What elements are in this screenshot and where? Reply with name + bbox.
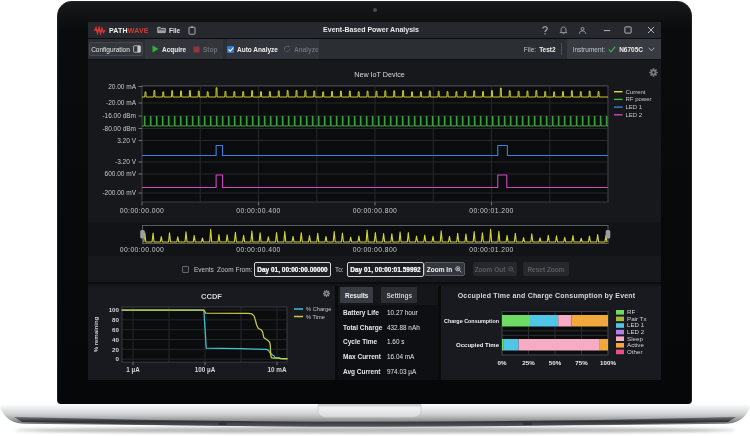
laptop-scoop bbox=[318, 405, 421, 418]
main-chart-gear-icon[interactable] bbox=[648, 67, 659, 78]
minimize-icon[interactable] bbox=[597, 22, 616, 38]
zoom-to-input[interactable]: Day 01, 00:00:01.59992 bbox=[347, 262, 424, 277]
svg-text:20.00 mA: 20.00 mA bbox=[108, 83, 136, 90]
ccdf-chart[interactable]: 1008060402001 µA100 µA10 mA% remaining% … bbox=[88, 286, 335, 380]
svg-text:LED 2: LED 2 bbox=[626, 112, 643, 118]
zoom-out-icon bbox=[508, 266, 515, 273]
svg-text:-16.00 dBm: -16.00 dBm bbox=[102, 112, 136, 119]
instrument-label: Instrument: bbox=[573, 46, 606, 53]
svg-text:25%: 25% bbox=[522, 359, 535, 366]
maximize-icon[interactable] bbox=[618, 22, 637, 38]
overview-handle-right[interactable] bbox=[606, 230, 611, 239]
laptop-screen: PATHWAVE File Event-Based Power Analysis bbox=[57, 1, 692, 404]
file-value: Test2 bbox=[539, 46, 556, 53]
reset-zoom-label: Reset Zoom bbox=[527, 266, 564, 273]
overview-chart[interactable]: 00:00:00.00000:00:00.40000:00:00.80000:0… bbox=[88, 222, 661, 256]
analyze-button[interactable]: Analyze bbox=[283, 39, 319, 59]
zoom-from-input[interactable]: Day 01, 00:00:00.00000 bbox=[254, 262, 331, 277]
zoom-in-button[interactable]: Zoom In bbox=[424, 262, 465, 276]
ccdf-panel: CCDF 1008060402001 µA100 µA10 mA% remain… bbox=[88, 286, 335, 380]
svg-text:100%: 100% bbox=[600, 359, 616, 366]
zoom-out-label: Zoom Out bbox=[475, 266, 506, 273]
svg-text:0%: 0% bbox=[498, 359, 507, 366]
tab-results[interactable]: Results bbox=[340, 287, 373, 303]
result-value: 10.27 hour bbox=[387, 309, 418, 316]
auto-analyze-checkbox[interactable]: Auto Analyze bbox=[227, 39, 278, 59]
file-menu-label: File bbox=[169, 27, 180, 34]
results-row: Avg Current974.03 µA bbox=[338, 364, 438, 379]
results-row: Total Charge432.88 nAh bbox=[338, 320, 438, 335]
acquire-button[interactable]: Acquire bbox=[152, 39, 186, 59]
svg-text:3.20 V: 3.20 V bbox=[117, 137, 136, 144]
svg-text:-3.20 V: -3.20 V bbox=[115, 158, 137, 165]
main-chart-panel: New IoT Device 20.00 mA-20.00 mA-16.00 d… bbox=[88, 60, 661, 222]
svg-text:LED 1: LED 1 bbox=[626, 104, 643, 110]
overview-handle-left[interactable] bbox=[140, 230, 145, 239]
file-menu[interactable]: File bbox=[157, 22, 180, 38]
events-panel: Occupied Time and Charge Consumption by … bbox=[441, 286, 661, 380]
auto-analyze-label: Auto Analyze bbox=[237, 46, 278, 53]
help-icon[interactable] bbox=[535, 22, 554, 38]
events-checkbox[interactable] bbox=[182, 256, 189, 282]
results-panel: Results Settings Battery Life10.27 hourT… bbox=[338, 286, 438, 380]
result-value: 432.88 nAh bbox=[387, 324, 420, 331]
result-label: Total Charge bbox=[338, 324, 387, 331]
svg-text:Charge Consumption: Charge Consumption bbox=[444, 318, 499, 324]
titlebar: PATHWAVE File Event-Based Power Analysis bbox=[88, 22, 661, 39]
zoom-controls: Events Zoom From: Day 01, 00:00:00.00000… bbox=[88, 256, 661, 284]
new-document-icon[interactable] bbox=[188, 26, 196, 35]
result-value: 974.03 µA bbox=[387, 368, 416, 375]
main-chart[interactable]: 20.00 mA-20.00 mA-16.00 dBm-80.00 dBm3.2… bbox=[88, 60, 661, 222]
chevron-down-icon bbox=[648, 47, 655, 52]
svg-text:% remaining: % remaining bbox=[93, 316, 99, 352]
toolbar-right: File: Test2 Instrument: N6705C bbox=[524, 39, 661, 59]
events-label: Events bbox=[194, 256, 214, 282]
configuration-button[interactable]: Configuration bbox=[89, 42, 143, 56]
analyze-icon bbox=[283, 45, 291, 53]
svg-text:100: 100 bbox=[109, 306, 120, 313]
folder-icon bbox=[157, 26, 166, 34]
reset-zoom-button[interactable]: Reset Zoom bbox=[523, 262, 569, 276]
svg-text:00:00:01.200: 00:00:01.200 bbox=[469, 207, 514, 214]
zoom-to-label: To: bbox=[335, 256, 344, 282]
instrument-dropdown[interactable]: Instrument: N6705C bbox=[567, 39, 661, 59]
svg-text:00:00:00.400: 00:00:00.400 bbox=[236, 246, 281, 253]
svg-text:1 µA: 1 µA bbox=[126, 366, 140, 374]
configuration-label: Configuration bbox=[91, 46, 130, 53]
svg-text:100 µA: 100 µA bbox=[195, 366, 216, 374]
svg-text:20: 20 bbox=[112, 346, 119, 353]
ccdf-gear-icon[interactable] bbox=[322, 289, 331, 298]
result-label: Avg Current bbox=[338, 368, 387, 375]
svg-text:60: 60 bbox=[112, 326, 119, 333]
svg-text:00:00:00.800: 00:00:00.800 bbox=[353, 246, 398, 253]
checkbox-checked-icon bbox=[227, 46, 234, 53]
zoom-out-button[interactable]: Zoom Out bbox=[473, 262, 517, 276]
close-icon[interactable] bbox=[641, 22, 660, 38]
svg-text:00:00:01.200: 00:00:01.200 bbox=[469, 246, 514, 253]
svg-text:00:00:00.000: 00:00:00.000 bbox=[120, 246, 165, 253]
laptop-mockup: PATHWAVE File Event-Based Power Analysis bbox=[0, 0, 750, 436]
brand-path: PATH bbox=[109, 27, 128, 34]
tab-settings[interactable]: Settings bbox=[381, 287, 417, 303]
svg-text:10 mA: 10 mA bbox=[268, 366, 287, 373]
stop-icon bbox=[193, 46, 200, 53]
svg-text:Current: Current bbox=[626, 89, 646, 95]
checkbox-unchecked-icon bbox=[182, 266, 189, 273]
svg-text:0: 0 bbox=[116, 355, 120, 362]
results-table: Battery Life10.27 hourTotal Charge432.88… bbox=[338, 305, 438, 380]
file-label: File: bbox=[524, 46, 536, 53]
svg-text:600.00 mV: 600.00 mV bbox=[105, 170, 137, 177]
stop-button[interactable]: Stop bbox=[193, 39, 217, 59]
toolbar: Configuration Acquire Stop bbox=[88, 39, 661, 60]
user-icon[interactable] bbox=[573, 22, 592, 38]
svg-text:Other: Other bbox=[627, 348, 642, 355]
laptop-foot-left bbox=[218, 423, 227, 425]
results-row: Max Current16.04 mA bbox=[338, 349, 438, 364]
svg-text:-20.00 mA: -20.00 mA bbox=[106, 99, 137, 106]
results-row: Battery Life10.27 hour bbox=[338, 305, 438, 320]
svg-text:00:00:00.000: 00:00:00.000 bbox=[120, 207, 165, 214]
svg-text:00:00:00.400: 00:00:00.400 bbox=[236, 207, 281, 214]
notifications-icon[interactable] bbox=[554, 22, 573, 38]
events-chart[interactable]: Charge ConsumptionOccupied Time0%25%50%7… bbox=[441, 286, 661, 380]
svg-text:00:00:00.800: 00:00:00.800 bbox=[353, 207, 398, 214]
